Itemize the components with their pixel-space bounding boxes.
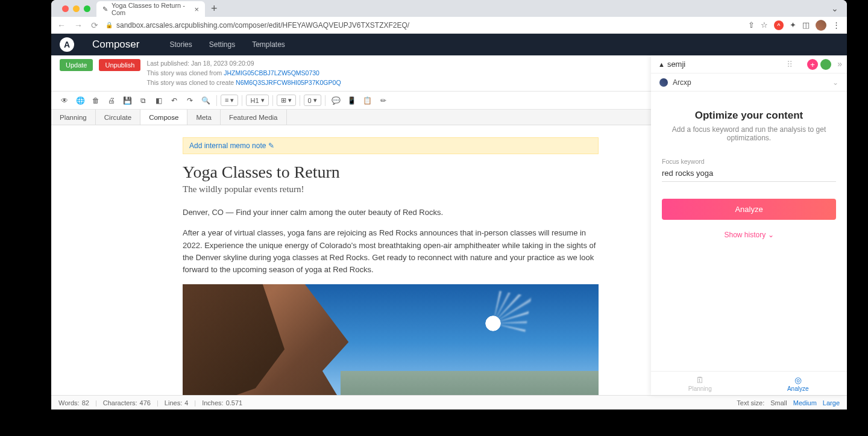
textsize-label: Text size: xyxy=(737,399,764,406)
cloned-from-link[interactable]: JHZMIG05CBBJ7LZW5QMS0730 xyxy=(224,69,319,76)
window-minimize-icon[interactable] xyxy=(73,5,80,12)
update-button[interactable]: Update xyxy=(60,59,93,71)
tab-circulate[interactable]: Circulate xyxy=(96,110,140,125)
browser-tab[interactable]: ✎ Yoga Classes to Return - Com × xyxy=(96,1,205,17)
close-icon[interactable]: × xyxy=(194,5,199,14)
article-editor[interactable]: Add internal memo note ✎ Yoga Classes to… xyxy=(51,125,606,410)
trash-icon[interactable]: 🗑 xyxy=(89,93,103,108)
share-icon[interactable]: ⇧ xyxy=(748,20,755,30)
separator xyxy=(300,95,300,106)
url-text: sandbox.arcsales.arcpublishing.com/compo… xyxy=(116,21,409,30)
focus-keyword-label: Focus keyword xyxy=(662,158,836,165)
tab-featured-media[interactable]: Featured Media xyxy=(221,110,287,125)
inches-value: 0.571 xyxy=(226,399,243,406)
mobile-icon[interactable]: 📱 xyxy=(345,93,359,108)
cloned-from-label: This story was cloned from xyxy=(146,69,224,76)
window-maximize-icon[interactable] xyxy=(84,5,90,12)
composer-app: A Composer Stories Settings Templates Up… xyxy=(51,34,847,410)
article-hero-image[interactable] xyxy=(183,284,599,410)
brand-text: semji xyxy=(667,60,685,69)
undo-icon[interactable]: ↶ xyxy=(167,93,181,108)
window-close-icon[interactable] xyxy=(62,5,69,12)
inches-label: Inches: xyxy=(202,399,223,406)
app-header: A Composer Stories Settings Templates xyxy=(51,34,847,55)
redo-icon[interactable]: ↷ xyxy=(183,93,197,108)
article-title[interactable]: Yoga Classes to Return xyxy=(183,163,606,182)
traffic-lights xyxy=(56,5,96,12)
nav-settings[interactable]: Settings xyxy=(209,40,235,49)
highlight-icon[interactable]: ✏ xyxy=(376,93,391,108)
separator xyxy=(272,95,273,106)
copy-icon[interactable]: ⧉ xyxy=(136,93,150,108)
profile-avatar[interactable] xyxy=(816,20,826,31)
drag-grip-icon[interactable]: ⠿ xyxy=(787,60,791,69)
back-button[interactable]: ← xyxy=(57,20,66,30)
lines-value: 4 xyxy=(184,399,188,406)
comment-icon[interactable]: 💬 xyxy=(329,93,344,108)
reload-button[interactable]: ⟳ xyxy=(91,20,98,30)
add-button[interactable]: + xyxy=(807,59,818,70)
split-icon[interactable]: ◧ xyxy=(151,93,166,108)
pencil-icon: ✎ xyxy=(102,5,108,13)
tab-meta[interactable]: Meta xyxy=(187,110,221,125)
separator xyxy=(325,95,326,106)
article-paragraph-1[interactable]: Denver, CO — Find your inner calm among … xyxy=(183,207,605,219)
chevron-down-icon[interactable]: ⌄ xyxy=(831,4,847,13)
unpublish-button[interactable]: Unpublish xyxy=(99,59,140,71)
nav-templates[interactable]: Templates xyxy=(252,40,285,49)
analyze-button[interactable]: Analyze xyxy=(662,199,836,220)
zero-dropdown[interactable]: 0 ▾ xyxy=(304,95,321,106)
panel-body: Optimize your content Add a focus keywor… xyxy=(651,92,847,371)
panel-icon[interactable]: ◫ xyxy=(802,20,810,30)
extension-badge-icon[interactable]: ^ xyxy=(774,20,784,30)
url-field[interactable]: 🔒 sandbox.arcsales.arcpublishing.com/com… xyxy=(105,21,741,30)
article-paragraph-2[interactable]: After a year of virtual classes, yoga fa… xyxy=(183,227,605,276)
search-icon[interactable]: 🔍 xyxy=(198,93,213,108)
user-avatar-icon[interactable] xyxy=(820,59,831,70)
edit-icon: ✎ xyxy=(268,142,274,150)
panel-bottom-tabs: 🗓 Planning ◎ Analyze xyxy=(651,371,847,395)
words-label: Words: xyxy=(58,399,80,406)
nav-stories[interactable]: Stories xyxy=(169,40,192,49)
size-small[interactable]: Small xyxy=(770,399,787,406)
show-history-link[interactable]: Show history ⌄ xyxy=(662,231,836,239)
cloned-create-link[interactable]: N6M6Q3SJRFCW8HI05P37K0GP0Q xyxy=(236,79,341,86)
star-icon[interactable]: ☆ xyxy=(761,20,768,30)
paste-icon[interactable]: 📋 xyxy=(360,93,375,108)
focus-keyword-input[interactable] xyxy=(662,166,836,182)
panel-tab-planning[interactable]: 🗓 Planning xyxy=(651,372,749,395)
align-dropdown[interactable]: ≡ ▾ xyxy=(221,95,238,106)
extensions-icon[interactable]: ✦ xyxy=(790,20,796,30)
chevron-down-icon: ⌄ xyxy=(832,78,838,87)
separator xyxy=(242,95,242,106)
print-icon[interactable]: 🖨 xyxy=(104,93,119,108)
size-medium[interactable]: Medium xyxy=(793,399,817,406)
save-icon[interactable]: 💾 xyxy=(120,93,134,108)
memo-note-bar[interactable]: Add internal memo note ✎ xyxy=(183,137,599,154)
app-title: Composer xyxy=(92,39,139,51)
eye-icon[interactable]: 👁 xyxy=(57,93,72,108)
panel-tab-analyze[interactable]: ◎ Analyze xyxy=(749,372,848,395)
words-value: 82 xyxy=(82,399,89,406)
heading-dropdown[interactable]: H1 ▾ xyxy=(246,95,268,106)
status-bar: Words: 82 | Characters: 476 | Lines: 4 |… xyxy=(51,395,847,410)
tab-planning[interactable]: Planning xyxy=(51,110,96,125)
lines-label: Lines: xyxy=(165,399,182,406)
new-tab-button[interactable]: + xyxy=(205,2,224,15)
app-nav: Stories Settings Templates xyxy=(169,40,285,49)
project-selector[interactable]: Arcxp ⌄ xyxy=(651,73,847,92)
project-icon xyxy=(659,78,668,87)
separator xyxy=(216,95,217,106)
article-subtitle[interactable]: The wildly popular events return! xyxy=(183,184,606,195)
size-large[interactable]: Large xyxy=(823,399,840,406)
cloned-create-label: This story was cloned to create xyxy=(146,79,236,86)
collapse-icon[interactable]: » xyxy=(837,59,842,69)
arc-logo-icon[interactable]: A xyxy=(60,37,74,52)
tab-compose[interactable]: Compose xyxy=(140,110,187,125)
menu-icon[interactable]: ⋮ xyxy=(832,20,841,30)
forward-button[interactable]: → xyxy=(74,20,83,30)
tab-title: Yoga Classes to Return - Com xyxy=(112,2,190,16)
globe-icon[interactable]: 🌐 xyxy=(73,93,87,108)
semji-panel: ▲ semji ⠿ + » Arcxp ⌄ Optimize your cont… xyxy=(651,55,847,395)
layout-dropdown[interactable]: ⊞ ▾ xyxy=(277,95,296,106)
